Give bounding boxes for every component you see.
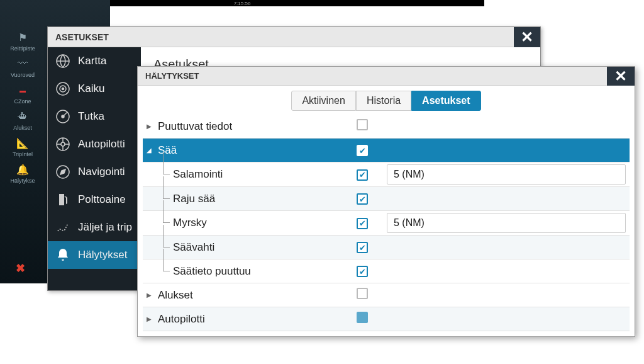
settings-window-title: ASETUKSET bbox=[48, 27, 540, 47]
bg-sidebar-alarms[interactable]: 🔔 Hälytykse bbox=[0, 162, 45, 184]
alarm-bell-icon bbox=[55, 247, 70, 263]
checkbox-puuttuvat[interactable] bbox=[357, 119, 368, 130]
compass-icon: 📐 bbox=[16, 136, 30, 150]
checkbox-raju[interactable]: ✔ bbox=[357, 193, 368, 205]
nav-compass-icon bbox=[55, 164, 70, 179]
checkbox-salamointi[interactable]: ✔ bbox=[357, 169, 368, 181]
checkbox-autopilotti[interactable] bbox=[357, 312, 368, 323]
expander-icon[interactable]: ◢ bbox=[143, 147, 155, 154]
status-time: 7:15:56 bbox=[234, 1, 251, 6]
row-saavahti[interactable]: Säävahti ✔ bbox=[143, 236, 630, 259]
row-saa[interactable]: ◢ Sää ✔ bbox=[143, 139, 630, 162]
bg-red-x-icon[interactable]: ✖ bbox=[16, 261, 25, 275]
sonar-icon bbox=[55, 81, 70, 96]
sidebar-item-autopilotti[interactable]: Autopilotti bbox=[48, 130, 141, 158]
bg-sidebar-tides[interactable]: 〰 Vuoroved bbox=[0, 57, 45, 78]
checkbox-saa[interactable]: ✔ bbox=[357, 145, 368, 156]
flag-icon: ⚑ bbox=[16, 30, 30, 44]
bg-sidebar-tripintel[interactable]: 📐 TripIntel bbox=[0, 136, 45, 157]
alarms-window-title: HÄLYTYKSET bbox=[138, 67, 635, 86]
alarms-close-button[interactable]: ✕ bbox=[607, 67, 635, 86]
bg-sidebar: ⚑ Reittipiste 〰 Vuoroved ▬ CZone ⛴ Aluks… bbox=[0, 25, 45, 189]
sidebar-item-jaljet[interactable]: Jäljet ja trip bbox=[48, 213, 141, 241]
fuel-icon bbox=[55, 192, 70, 207]
checkbox-saatieto[interactable]: ✔ bbox=[357, 266, 368, 277]
row-raju-saa[interactable]: Raju sää ✔ bbox=[143, 187, 630, 211]
expander-icon[interactable]: ▶ bbox=[143, 123, 155, 130]
bg-sidebar-czone[interactable]: ▬ CZone bbox=[0, 83, 45, 105]
row-salamointi[interactable]: Salamointi ✔ 5 (NM) bbox=[143, 162, 630, 187]
value-salamointi[interactable]: 5 (NM) bbox=[387, 164, 626, 185]
settings-sidebar: Kartta Kaiku Tutka Autopilotti Navigoint… bbox=[48, 47, 141, 290]
tab-historia[interactable]: Historia bbox=[356, 91, 411, 111]
svg-point-3 bbox=[62, 88, 64, 90]
expander-icon[interactable]: ▶ bbox=[143, 292, 155, 299]
alarms-window: HÄLYTYKSET ✕ Aktiivinen Historia Asetuks… bbox=[137, 66, 635, 337]
sidebar-item-halytykset[interactable]: Hälytykset bbox=[48, 241, 141, 269]
sidebar-item-kaiku[interactable]: Kaiku bbox=[48, 75, 141, 103]
checkbox-alukset[interactable] bbox=[357, 288, 368, 299]
globe-icon bbox=[55, 54, 70, 69]
row-puuttuvat-tiedot[interactable]: ▶ Puuttuvat tiedot bbox=[143, 115, 630, 139]
radar-icon bbox=[55, 109, 70, 124]
tab-asetukset[interactable]: Asetukset bbox=[411, 91, 480, 111]
bg-close-button[interactable]: ✕ bbox=[462, 2, 481, 21]
value-myrsky[interactable]: 5 (NM) bbox=[387, 213, 626, 233]
bg-sidebar-waypoints[interactable]: ⚑ Reittipiste bbox=[0, 30, 45, 52]
sidebar-item-navigointi[interactable]: Navigointi bbox=[48, 158, 141, 186]
czone-icon: ▬ bbox=[16, 83, 30, 97]
row-myrsky[interactable]: Myrsky ✔ 5 (NM) bbox=[143, 211, 630, 236]
svg-point-5 bbox=[62, 115, 64, 118]
row-saatieto-puuttuu[interactable]: Säätieto puuttuu ✔ bbox=[143, 259, 630, 283]
bell-icon: 🔔 bbox=[16, 162, 30, 176]
settings-close-button[interactable]: ✕ bbox=[514, 27, 540, 47]
sidebar-item-polttoaine[interactable]: Polttoaine bbox=[48, 186, 141, 213]
checkbox-saavahti[interactable]: ✔ bbox=[357, 242, 368, 253]
bg-sidebar-vessels[interactable]: ⛴ Alukset bbox=[0, 110, 45, 131]
tab-aktiivinen[interactable]: Aktiivinen bbox=[291, 91, 355, 111]
sidebar-item-kartta[interactable]: Kartta bbox=[48, 47, 141, 75]
alarms-grid: ▶ Puuttuvat tiedot ◢ Sää ✔ Salamointi ✔ … bbox=[138, 115, 635, 331]
sidebar-item-tutka[interactable]: Tutka bbox=[48, 103, 141, 130]
vessel-icon: ⛴ bbox=[16, 110, 30, 123]
wave-icon: 〰 bbox=[16, 57, 30, 71]
wheel-icon bbox=[55, 137, 70, 152]
row-alukset[interactable]: ▶ Alukset bbox=[143, 283, 630, 307]
row-autopilotti[interactable]: ▶ Autopilotti bbox=[143, 307, 630, 331]
checkbox-myrsky[interactable]: ✔ bbox=[357, 218, 368, 229]
alarms-tabs: Aktiivinen Historia Asetukset bbox=[138, 91, 635, 111]
expander-icon[interactable]: ▶ bbox=[143, 316, 155, 322]
track-icon bbox=[55, 220, 70, 235]
svg-point-7 bbox=[61, 142, 65, 146]
